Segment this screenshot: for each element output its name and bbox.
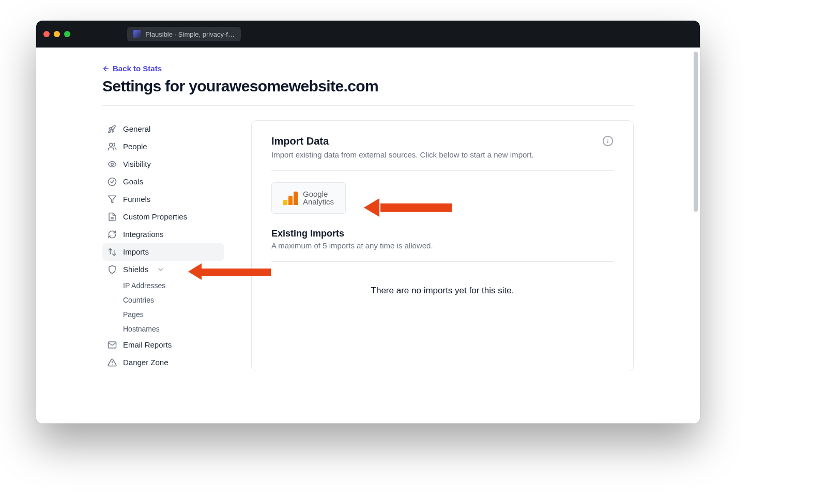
sidebar-item-label: Custom Properties xyxy=(123,212,187,221)
sidebar-item-funnels[interactable]: Funnels xyxy=(102,191,224,208)
tab-title: Plausible · Simple, privacy-frien xyxy=(145,30,235,38)
google-analytics-icon xyxy=(283,191,298,205)
window-controls xyxy=(43,31,70,37)
sidebar-item-label: Shields xyxy=(123,265,148,274)
divider xyxy=(102,105,634,106)
ga-line2: Analytics xyxy=(303,198,334,206)
settings-sidebar: General People Visibilit xyxy=(102,120,224,371)
sidebar-sub-pages[interactable]: Pages xyxy=(102,307,224,322)
browser-tab[interactable]: Plausible · Simple, privacy-frien xyxy=(127,27,241,41)
refresh-icon xyxy=(108,230,117,239)
sidebar-sub-label: IP Addresses xyxy=(123,281,165,290)
sidebar-item-integrations[interactable]: Integrations xyxy=(102,226,224,243)
mail-icon xyxy=(108,340,117,350)
warning-icon xyxy=(108,358,117,367)
check-circle-icon xyxy=(108,177,117,186)
titlebar: Plausible · Simple, privacy-frien xyxy=(36,21,700,48)
sidebar-item-label: Email Reports xyxy=(123,340,172,349)
svg-point-3 xyxy=(109,178,116,185)
sidebar-sub-hostnames[interactable]: Hostnames xyxy=(102,322,224,336)
sidebar-sub-label: Countries xyxy=(123,296,154,304)
existing-imports-title: Existing Imports xyxy=(271,228,614,239)
minimize-window-button[interactable] xyxy=(54,31,60,37)
sidebar-item-people[interactable]: People xyxy=(102,138,224,155)
svg-marker-4 xyxy=(109,196,116,203)
people-icon xyxy=(108,142,117,151)
sidebar-item-label: Integrations xyxy=(123,230,163,239)
browser-window: Plausible · Simple, privacy-frien Back t… xyxy=(36,21,700,423)
back-to-stats-link[interactable]: Back to Stats xyxy=(102,64,162,73)
sidebar-item-visibility[interactable]: Visibility xyxy=(102,155,224,173)
sidebar-sub-ip-addresses[interactable]: IP Addresses xyxy=(102,278,224,293)
panel-title: Import Data xyxy=(271,135,534,147)
google-analytics-label: Google Analytics xyxy=(303,190,334,207)
document-icon xyxy=(108,212,117,222)
chevron-down-icon xyxy=(157,265,165,274)
sidebar-sub-countries[interactable]: Countries xyxy=(102,293,224,307)
zoom-window-button[interactable] xyxy=(64,31,70,37)
google-analytics-import-button[interactable]: Google Analytics xyxy=(271,182,346,214)
scrollbar-track xyxy=(694,52,698,419)
sidebar-sub-label: Pages xyxy=(123,310,144,319)
shield-icon xyxy=(108,265,117,274)
divider xyxy=(271,170,614,171)
svg-point-1 xyxy=(110,143,113,146)
sidebar-item-label: People xyxy=(123,142,147,151)
sidebar-item-imports[interactable]: Imports xyxy=(102,243,224,261)
info-icon[interactable] xyxy=(602,135,614,147)
sidebar-item-danger-zone[interactable]: Danger Zone xyxy=(102,354,224,371)
arrow-left-icon xyxy=(102,65,110,72)
panel-subtitle: Import existing data from external sourc… xyxy=(271,150,534,159)
close-window-button[interactable] xyxy=(43,31,50,37)
sidebar-item-goals[interactable]: Goals xyxy=(102,173,224,191)
scrollbar-thumb[interactable] xyxy=(694,52,698,212)
sidebar-item-label: General xyxy=(123,124,150,133)
sidebar-item-label: Goals xyxy=(123,177,143,186)
sidebar-sub-label: Hostnames xyxy=(123,325,160,333)
empty-state-text: There are no imports yet for this site. xyxy=(271,286,614,296)
sidebar-item-shields[interactable]: Shields xyxy=(102,261,224,278)
existing-imports-subtitle: A maximum of 5 imports at any time is al… xyxy=(271,241,614,250)
sidebar-item-label: Danger Zone xyxy=(123,358,169,367)
ga-line1: Google xyxy=(303,190,334,198)
page-title: Settings for yourawesomewebsite.com xyxy=(102,77,634,95)
sidebar-item-label: Imports xyxy=(123,247,149,256)
svg-point-2 xyxy=(111,163,114,165)
sidebar-item-label: Visibility xyxy=(123,160,151,168)
rocket-icon xyxy=(108,124,117,134)
funnel-icon xyxy=(108,195,117,204)
sidebar-item-general[interactable]: General xyxy=(102,120,224,138)
favicon-icon xyxy=(133,30,141,38)
import-data-panel: Import Data Import existing data from ex… xyxy=(251,120,634,371)
eye-icon xyxy=(108,160,117,169)
arrows-up-down-icon xyxy=(108,247,117,257)
sidebar-item-email-reports[interactable]: Email Reports xyxy=(102,336,224,354)
sidebar-item-label: Funnels xyxy=(123,195,150,203)
sidebar-item-custom-properties[interactable]: Custom Properties xyxy=(102,208,224,226)
back-link-label: Back to Stats xyxy=(113,64,162,73)
page-content: Back to Stats Settings for yourawesomewe… xyxy=(36,48,700,423)
divider xyxy=(271,261,614,262)
